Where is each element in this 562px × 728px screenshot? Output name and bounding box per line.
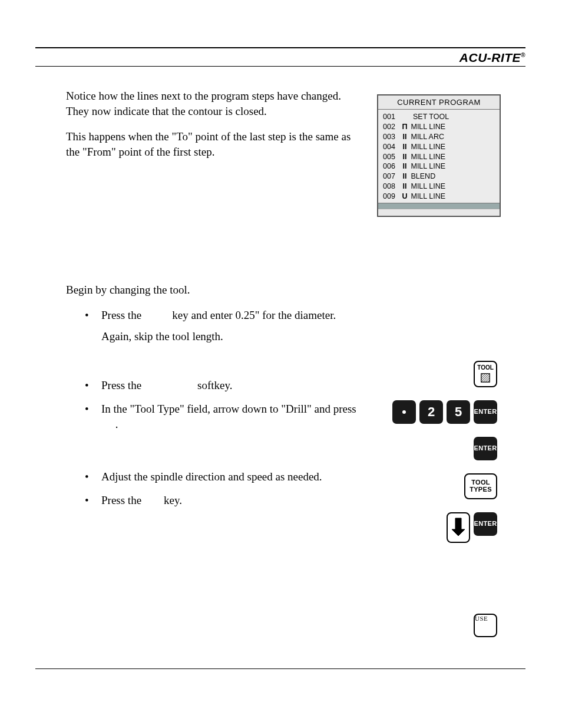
steps-list-2: Press the softkey. In the "Tool Type" fi…: [66, 378, 361, 431]
arrow-down-key[interactable]: [447, 512, 470, 543]
step-2: Press the softkey.: [101, 378, 361, 393]
use-key-group: USE: [373, 614, 497, 637]
brand-name: ACU-RITE: [459, 51, 521, 64]
svg-line-4: [481, 374, 490, 382]
svg-line-2: [481, 374, 485, 378]
panel-row: 002Π MILL LINE: [383, 122, 496, 132]
arrow-down-icon: [451, 517, 466, 538]
tool-key[interactable]: TOOL: [474, 361, 497, 387]
page: ACU-RITE® Notice how the lines next to t…: [0, 0, 562, 728]
step-3: In the "Tool Type" field, arrow down to …: [101, 401, 361, 431]
panel-row: 003II MILL ARC: [383, 132, 496, 142]
rule-thin: [35, 66, 525, 67]
step-1-sub: Again, skip the tool length.: [101, 329, 361, 344]
keys-column: TOOL 2 5 ENTER ENTER: [373, 361, 497, 650]
brand-mark: ®: [521, 52, 525, 58]
rule-top: [35, 47, 525, 48]
panel-row: 007II BLEND: [383, 172, 496, 182]
tool-types-label-2: TYPES: [470, 486, 492, 493]
dot-glyph: [402, 410, 406, 414]
use-key-label: USE: [475, 615, 488, 622]
current-program-panel: CURRENT PROGRAM 001 SET TOOL 002Π MILL L…: [377, 94, 501, 217]
enter-key[interactable]: ENTER: [474, 437, 497, 460]
step-5: Press the key.: [101, 493, 361, 508]
intro-paragraph-2: This happens when the "To" point of the …: [66, 129, 361, 159]
steps-list-3: Adjust the spindle direction and speed a…: [66, 469, 361, 508]
use-key[interactable]: USE: [474, 614, 497, 637]
panel-body: 001 SET TOOL 002Π MILL LINE 003II MILL A…: [378, 110, 500, 203]
five-key[interactable]: 5: [447, 400, 470, 424]
panel-row: 009U MILL LINE: [383, 192, 496, 202]
step-1: Press the key and enter 0.25" for the di…: [101, 308, 361, 323]
panel-row: 001 SET TOOL: [383, 112, 496, 122]
two-key[interactable]: 2: [419, 400, 443, 424]
enter-key[interactable]: ENTER: [474, 400, 497, 424]
numeric-entry-group: 2 5 ENTER: [373, 400, 497, 424]
tool-key-label: TOOL: [477, 365, 494, 371]
panel-footer: [378, 209, 500, 216]
enter-key[interactable]: ENTER: [474, 512, 497, 536]
brand-logo: ACU-RITE®: [459, 51, 525, 65]
end-mill-icon: [480, 373, 491, 383]
panel-row: 008II MILL LINE: [383, 182, 496, 192]
arrow-enter-group: ENTER: [373, 512, 497, 543]
tool-types-group: TOOL TYPES: [373, 473, 497, 499]
enter-group-2: ENTER: [373, 437, 497, 460]
panel-title: CURRENT PROGRAM: [378, 95, 500, 110]
rule-bottom: [35, 668, 525, 669]
svg-line-6: [485, 378, 490, 382]
intro-paragraph-1: Notice how the lines next to the program…: [66, 88, 361, 118]
tool-types-key[interactable]: TOOL TYPES: [464, 473, 497, 499]
body-text: Notice how the lines next to the program…: [66, 88, 361, 516]
tool-key-group: TOOL: [373, 361, 497, 387]
steps-lead: Begin by changing the tool.: [66, 282, 361, 298]
panel-row: 006II MILL LINE: [383, 162, 496, 172]
steps-list: Press the key and enter 0.25" for the di…: [66, 308, 361, 344]
panel-highlight-bar: [378, 203, 500, 209]
step-4: Adjust the spindle direction and speed a…: [101, 469, 361, 485]
decimal-key[interactable]: [392, 400, 416, 424]
panel-row: 005II MILL LINE: [383, 152, 496, 162]
panel-row: 004II MILL LINE: [383, 142, 496, 152]
